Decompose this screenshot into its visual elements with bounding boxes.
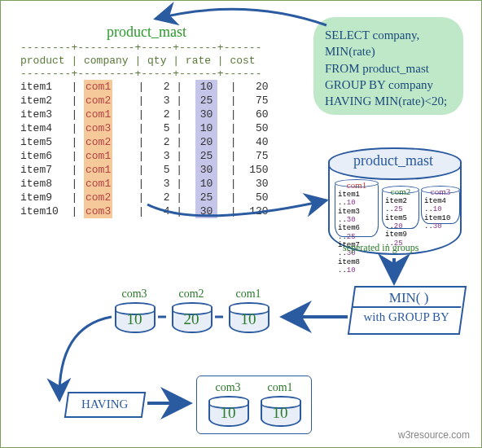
final-com3: com3 10 [208, 396, 248, 425]
sql-line: FROM product_mast [325, 60, 452, 77]
group-com3: com3 item4 ..10item10 ..30 [421, 188, 460, 224]
data-table: --------+---------+-----+------+------ p… [20, 42, 269, 218]
table-row: item3 | com1 | 2 | 30 | 60 [20, 108, 269, 121]
sql-line: SELECT company, [325, 27, 452, 43]
table-row: item8 | com1 | 3 | 10 | 30 [20, 177, 269, 191]
sql-line: HAVING MIN(rate)<20; [325, 93, 452, 109]
table-row: item7 | com1 | 5 | 30 | 150 [20, 163, 269, 177]
cylinder-title: product_mast [328, 152, 458, 169]
credit-text: w3resource.com [398, 429, 470, 441]
group-com1: com1 item1 ..10item3 ..30item6 ..25item7… [335, 182, 379, 237]
table-row: item9 | com2 | 2 | 25 | 50 [20, 191, 269, 204]
table-title: product_mast [107, 24, 186, 41]
final-com1: com1 10 [261, 396, 300, 425]
having-box: HAVING [64, 392, 146, 418]
min-result-com3: com3 10 [115, 302, 154, 332]
table-row: item5 | com2 | 2 | 20 | 40 [20, 135, 269, 149]
grouped-cylinder: product_mast com1 item1 ..10item3 ..30it… [328, 147, 460, 253]
table-header: product | company | qty | rate | cost [20, 54, 269, 68]
sql-line: GROUP BY company [325, 77, 452, 93]
table-row: item6 | com1 | 3 | 25 | 75 [20, 149, 269, 163]
min-function-box: MIN( ) with GROUP BY [348, 286, 467, 335]
table-rule: --------+---------+-----+------+------ [20, 42, 269, 54]
table-rule: --------+---------+-----+------+------ [20, 68, 269, 80]
table-row: item4 | com3 | 5 | 10 | 50 [20, 121, 269, 135]
table-row: item2 | com2 | 3 | 25 | 75 [20, 94, 269, 108]
table-row: item1 | com1 | 2 | 10 | 20 [20, 80, 269, 94]
sql-query-box: SELECT company, MIN(rate) FROM product_m… [313, 17, 463, 115]
separated-label: seperated in groups [343, 242, 418, 254]
group-com2: com2 item2 ..25item5 ..20item9 ..25 [382, 188, 419, 229]
min-result-com1: com1 10 [229, 302, 268, 332]
min-result-com2: com2 20 [172, 302, 211, 332]
table-row: item10 | com3 | 4 | 30 | 120 [20, 204, 269, 218]
sql-line: MIN(rate) [325, 43, 452, 59]
final-result-box: com3 10 com1 10 [196, 376, 312, 434]
